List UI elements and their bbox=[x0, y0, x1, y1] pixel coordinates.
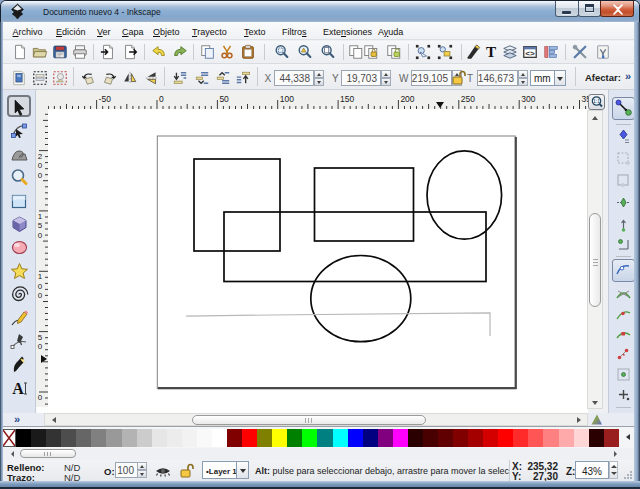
svg-text:250: 250 bbox=[461, 94, 475, 104]
svg-text:50: 50 bbox=[38, 333, 43, 352]
svg-text:150: 150 bbox=[340, 94, 354, 104]
svg-text:200: 200 bbox=[400, 94, 414, 104]
svg-text:<>: <> bbox=[525, 49, 535, 58]
svg-text:T: T bbox=[485, 44, 495, 60]
svg-text:300: 300 bbox=[521, 94, 535, 104]
svg-text:150: 150 bbox=[38, 212, 43, 240]
svg-text:1:1: 1:1 bbox=[593, 98, 600, 104]
svg-text:200: 200 bbox=[38, 152, 43, 180]
svg-text:100: 100 bbox=[38, 272, 43, 300]
svg-text:A: A bbox=[12, 380, 24, 397]
svg-text:0: 0 bbox=[159, 94, 164, 104]
svg-text:100: 100 bbox=[280, 94, 294, 104]
svg-text:0: 0 bbox=[38, 393, 43, 402]
svg-text:50: 50 bbox=[219, 94, 229, 104]
svg-text:-50: -50 bbox=[99, 94, 112, 104]
